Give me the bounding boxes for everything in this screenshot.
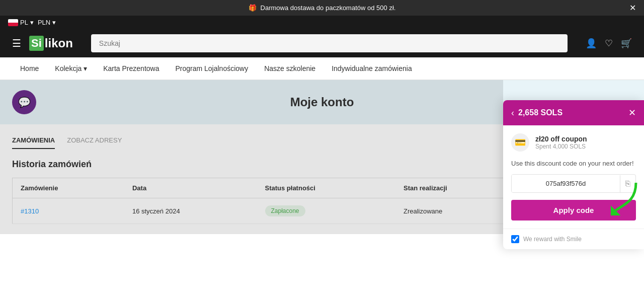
nav-item-szkolenie[interactable]: Nasze szkolenie bbox=[256, 57, 324, 80]
announcement-text: Darmowa dostawa do paczkomatów od 500 zł… bbox=[261, 4, 396, 12]
currency-chevron-icon: ▾ bbox=[52, 19, 56, 26]
panel-overlay bbox=[0, 80, 503, 234]
smile-footer-text: We reward with Smile bbox=[523, 236, 582, 243]
announcement-bar: 🎁 Darmowa dostawa do paczkomatów od 500 … bbox=[0, 0, 644, 16]
smile-panel: ‹ 2,658 SOLS ✕ 💳 zł20 off coupon Spent 4… bbox=[503, 100, 644, 249]
nav-item-kolekcja[interactable]: Kolekcja ▾ bbox=[47, 57, 95, 80]
smile-panel-body: 💳 zł20 off coupon Spent 4,000 SOLS Use t… bbox=[503, 125, 644, 229]
logo-si: Si bbox=[29, 36, 44, 51]
discount-code-input[interactable] bbox=[512, 175, 620, 192]
smile-panel-header: ‹ 2,658 SOLS ✕ bbox=[503, 100, 644, 125]
logo-text: likon bbox=[45, 36, 73, 50]
smile-footer: We reward with Smile bbox=[503, 229, 644, 249]
coupon-info: zł20 off coupon Spent 4,000 SOLS bbox=[535, 135, 587, 150]
chevron-down-icon: ▾ bbox=[30, 19, 34, 26]
nav-item-karta[interactable]: Karta Prezentowa bbox=[95, 57, 167, 80]
search-input[interactable] bbox=[91, 34, 568, 52]
heart-icon[interactable]: ♡ bbox=[605, 38, 613, 49]
smile-close-button[interactable]: ✕ bbox=[628, 107, 636, 118]
smile-sols-balance: 2,658 SOLS bbox=[518, 108, 562, 117]
smile-header-left: ‹ 2,658 SOLS bbox=[511, 108, 562, 118]
coupon-title: zł20 off coupon bbox=[535, 135, 587, 143]
search-bar bbox=[91, 34, 568, 52]
header-icons: 👤 ♡ 🛒 bbox=[586, 38, 632, 49]
logo: Si likon bbox=[29, 36, 73, 51]
gift-icon: 🎁 bbox=[249, 4, 257, 12]
coupon-icon: 💳 bbox=[511, 133, 529, 152]
nav-bar: Home Kolekcja ▾ Karta Prezentowa Program… bbox=[0, 57, 644, 80]
user-icon[interactable]: 👤 bbox=[586, 38, 597, 49]
coupon-item: 💳 zł20 off coupon Spent 4,000 SOLS bbox=[511, 133, 636, 152]
nav-item-indywidualne[interactable]: Indywidualne zamówienia bbox=[324, 57, 420, 80]
smile-back-button[interactable]: ‹ bbox=[511, 108, 514, 118]
smile-footer-checkbox[interactable] bbox=[511, 235, 519, 243]
language-bar: PL ▾ PLN ▾ bbox=[0, 16, 644, 29]
hamburger-menu-button[interactable]: ☰ bbox=[12, 37, 21, 49]
flag-pl-icon bbox=[8, 19, 18, 26]
language-label: PL bbox=[20, 19, 28, 26]
header: ☰ Si likon 👤 ♡ 🛒 bbox=[0, 29, 644, 57]
currency-label: PLN bbox=[38, 19, 50, 26]
language-selector[interactable]: PL ▾ PLN ▾ bbox=[8, 19, 56, 26]
announcement-close-button[interactable]: ✕ bbox=[629, 3, 636, 13]
cart-icon[interactable]: 🛒 bbox=[621, 38, 632, 49]
coupon-sub: Spent 4,000 SOLS bbox=[535, 143, 587, 150]
nav-item-program[interactable]: Program Lojalnościowy bbox=[167, 57, 256, 80]
nav-item-home[interactable]: Home bbox=[12, 57, 47, 80]
green-arrow-icon bbox=[611, 178, 641, 215]
coupon-desc: Use this discount code on your next orde… bbox=[511, 160, 636, 167]
